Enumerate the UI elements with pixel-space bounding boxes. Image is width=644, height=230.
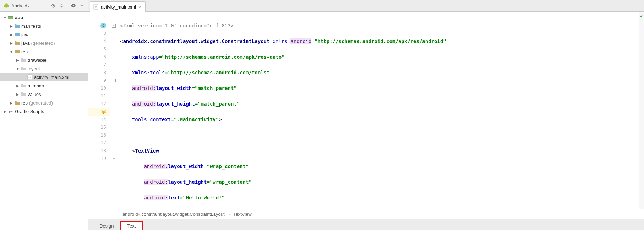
folder-icon [21,66,26,71]
tree-label: values [28,92,41,97]
tree-label: java (generated) [21,41,55,46]
tab-design[interactable]: Design [93,221,120,230]
code-area[interactable]: <?xml version="1.0" encoding="utf-8"?> <… [117,12,639,209]
disclosure-icon[interactable]: ▶ [16,84,20,88]
gear-icon[interactable] [70,2,77,10]
line-number: 8 [88,69,110,76]
close-tab-icon[interactable]: × [139,4,142,10]
folder-icon [21,83,26,89]
spacer [22,75,26,79]
tree-node-values[interactable]: ▶ values [0,90,88,98]
tree-node-manifests[interactable]: ▶ manifests [0,22,88,30]
svg-text:<>: <> [28,76,31,79]
tree-label: app [15,15,23,20]
disclosure-icon[interactable]: ▼ [16,66,20,71]
svg-text:<>: <> [94,6,97,9]
tag-name: TextView [135,148,159,154]
folder-icon [14,32,20,37]
line-number: 16 [88,131,110,139]
inspection-ok-icon: ✓ [639,13,644,19]
line-number: 6 [88,53,110,61]
sidebar-toolbar: Android [0,0,88,12]
tree-node-res[interactable]: ▼ res [0,47,88,56]
fold-end [110,139,117,147]
breadcrumb-item[interactable]: TextView [233,212,252,217]
sidebar-view-selector[interactable]: Android [11,3,49,9]
editor-mode-tabs: Design Text [88,219,644,230]
folder-icon [21,57,26,63]
tree-node-res-generated[interactable]: ▶ res (generated) [0,98,88,107]
fold-toggle[interactable]: − [110,22,117,30]
folder-generated-icon [14,40,20,46]
tree-node-drawable[interactable]: ▶ drawable [0,56,88,64]
editor-tabbar: <> activity_main.xml × [88,0,644,12]
line-number: 19 [88,155,110,162]
tree-label: layout [28,66,40,71]
line-number: 4 [88,37,110,45]
line-number: 10 [88,84,110,92]
disclosure-icon[interactable]: ▼ [3,15,7,20]
xml-file-icon: <> [27,74,33,80]
fold-toggle[interactable]: − [110,76,117,84]
line-number: 14 [88,116,110,123]
disclosure-icon[interactable]: ▶ [9,41,13,45]
line-number: 12 [88,100,110,108]
disclosure-icon[interactable]: ▼ [9,49,13,54]
disclosure-icon[interactable]: ▶ [9,101,13,105]
svg-point-1 [53,5,54,6]
separator [67,2,67,9]
tree-label: Gradle Scripts [15,109,44,114]
folder-generated-icon [14,100,20,106]
tree-node-layout[interactable]: ▼ layout [0,64,88,73]
file-tab-label: activity_main.xml [101,4,136,10]
code-editor[interactable]: 1 2C 3 4 5 6 7 8 9 10 11 12 13 14 15 16 … [88,12,644,209]
tree-node-java[interactable]: ▶ java [0,30,88,39]
tree-label: res [21,49,28,54]
folder-icon [21,91,26,97]
change-marker-icon[interactable]: C [100,23,106,28]
line-number: 13 [88,108,110,116]
tag-name: androidx.constraintlayout.widget.Constra… [123,38,269,44]
file-tab-activity-main[interactable]: <> activity_main.xml × [90,1,146,12]
tab-text[interactable]: Text [120,221,142,230]
intention-bulb-icon[interactable] [101,109,105,113]
tree-node-java-generated[interactable]: ▶ java (generated) [0,39,88,47]
breadcrumb[interactable]: androidx.constraintlayout.widget.Constra… [88,209,644,219]
fold-gutter: − − [110,12,117,209]
line-number: 17 [88,139,110,147]
line-number: 9 [88,76,110,84]
tree-node-activity-main[interactable]: <> activity_main.xml [0,73,88,81]
disclosure-icon[interactable]: ▶ [16,58,20,62]
android-icon [4,3,9,9]
line-number: 3 [88,30,110,37]
disclosure-icon[interactable]: ▶ [9,32,13,37]
svg-point-8 [102,111,105,113]
minimize-icon[interactable] [78,2,86,10]
breadcrumb-separator: › [228,212,230,217]
disclosure-icon[interactable]: ▶ [16,92,20,96]
line-number: 2C [88,22,110,30]
line-number: 7 [88,61,110,69]
tree-label: res (generated) [21,100,53,106]
xml-file-icon: <> [93,4,99,10]
line-number: 15 [88,123,110,131]
fold-end [110,155,117,162]
tree-label: manifests [21,23,41,29]
tree-label: activity_main.xml [34,75,69,80]
breadcrumb-item[interactable]: androidx.constraintlayout.widget.Constra… [122,212,225,217]
collapse-icon[interactable] [58,2,66,10]
svg-rect-3 [8,16,13,17]
gradle-icon [8,108,13,114]
line-number: 5 [88,45,110,53]
svg-rect-9 [103,113,104,114]
disclosure-icon[interactable]: ▶ [3,109,7,113]
project-sidebar: Android ▼ app ▶ manifests ▶ [0,0,88,230]
project-tree[interactable]: ▼ app ▶ manifests ▶ java ▶ java (generat… [0,12,88,230]
disclosure-icon[interactable]: ▶ [9,24,13,28]
tree-node-app[interactable]: ▼ app [0,13,88,22]
inspection-strip[interactable]: ✓ [639,12,644,209]
tree-node-gradle-scripts[interactable]: ▶ Gradle Scripts [0,107,88,116]
line-number: 1 [88,14,110,22]
tree-node-mipmap[interactable]: ▶ mipmap [0,81,88,90]
target-icon[interactable] [49,2,57,10]
